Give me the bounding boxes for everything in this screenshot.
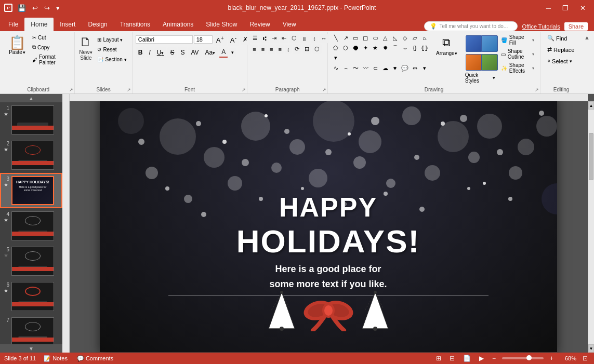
shape-starburst[interactable]: ✸ [380,43,390,52]
slide-fav-2[interactable]: ★ [4,146,8,152]
text-direction-button[interactable]: ⟳ [293,44,301,54]
share-button[interactable]: Share [564,22,588,31]
tab-review[interactable]: Review [243,18,276,31]
qs-style-4[interactable] [481,54,498,71]
shape-arrow[interactable]: ↗ [341,33,350,43]
slide-item-5[interactable]: 5 ★ [0,244,62,279]
align-center-button[interactable]: ≡ [259,45,267,54]
slide-sorter-button[interactable]: ⊟ [447,354,457,363]
shape-rounded-rect[interactable]: ▢ [361,33,370,43]
shape-cloud[interactable]: ☁ [380,63,390,73]
shape-line[interactable]: ╲ [331,33,340,43]
slideshow-button[interactable]: ▶ [477,354,486,363]
strikethrough-button[interactable]: S [167,47,177,58]
office-tutorials-link[interactable]: Office Tutorials [522,23,560,30]
shape-callout[interactable]: 💬 [400,63,410,73]
underline-button[interactable]: U▾ [154,47,167,58]
shape-star4[interactable]: ✦ [361,43,370,52]
align-text-button[interactable]: ⊟ [302,44,311,54]
slides-expander[interactable]: ↗ [127,87,131,92]
select-button[interactable]: ⌖ Select ▾ [544,56,579,66]
shape-outline-caret[interactable]: ▾ [532,52,534,57]
shape-double-arr[interactable]: ⇔ [410,63,419,73]
shape-trap[interactable]: ⏢ [420,33,429,43]
slide-fav-6[interactable]: ★ [4,288,8,293]
layout-button[interactable]: ⊞ Layout ▾ [95,35,128,44]
notes-panel-button[interactable]: 📝 Notes [42,355,69,362]
slide-item-4[interactable]: 4 ★ [0,208,62,244]
numbered-list-button[interactable]: ⑆ [261,34,269,43]
tab-insert[interactable]: Insert [54,18,82,31]
select-caret[interactable]: ▾ [570,59,572,64]
arrange-button[interactable]: ⧉ Arrange ▾ [431,33,462,59]
slide-item-3[interactable]: 3 ★ HAPPY HOLIDAYS! Here is a good place… [0,173,62,208]
shape-freeform[interactable]: ∿ [331,63,340,73]
slide-fav-1[interactable]: ★ [4,111,8,117]
shape-heart[interactable]: ♥ [390,63,400,73]
shape-octo[interactable]: ⯃ [351,43,360,52]
change-case-button[interactable]: Aa▾ [203,47,218,58]
zoom-out-button[interactable]: − [490,354,498,363]
shape-rect[interactable]: ▭ [351,33,360,43]
slide-fav-4[interactable]: ★ [4,217,8,223]
copy-button[interactable]: ⧉ Copy [30,43,71,52]
align-left-button[interactable]: ≡ [250,45,258,54]
quick-styles-dropdown[interactable]: ▾ [493,75,495,80]
paragraph-expander[interactable]: ↗ [322,87,326,92]
tab-transitions[interactable]: Transitions [114,18,156,31]
shape-brace[interactable]: ⦃⦄ [420,43,429,52]
shapes-down[interactable]: ▾ [420,63,429,73]
increase-indent-button[interactable]: ⇥ [270,33,279,43]
undo-btn[interactable]: ↩ [30,3,40,13]
reset-button[interactable]: ↺ Reset [95,45,128,54]
decrease-indent-button[interactable]: ⇤ [280,33,288,43]
bold-button[interactable]: B [136,47,146,58]
slide-item-2[interactable]: 2 ★ [0,138,62,173]
columns-button[interactable]: ⫼ [300,34,310,43]
clipboard-expander[interactable]: ↗ [69,87,73,92]
qs-style-2[interactable] [481,35,498,52]
decrease-font-size-button[interactable]: A- [228,33,239,46]
slide-item-6[interactable]: 6 ★ [0,279,62,314]
scrollbar-down-btn[interactable]: ▼ [588,344,594,353]
shape-fill-button[interactable]: 🪣 Shape Fill ▾ [498,33,537,47]
shape-diamond[interactable]: ◇ [400,33,410,43]
customize-btn[interactable]: ▾ [54,3,62,13]
bullets-button[interactable]: ☰ [250,33,260,43]
convert-smartart-button[interactable]: ⬡ [312,44,322,54]
minimize-btn[interactable]: ─ [542,3,555,13]
tab-design[interactable]: Design [82,18,113,31]
shape-pent[interactable]: ⬠ [331,43,340,52]
shape-squiggle[interactable]: 〰 [361,63,370,73]
font-size-input[interactable] [194,35,213,44]
shape-oval[interactable]: ⬭ [371,33,380,43]
scrollbar-up-btn[interactable]: ▲ [588,101,594,110]
line-spacing-button[interactable]: ↕ [285,45,292,54]
shape-fill-caret[interactable]: ▾ [532,38,534,43]
shape-triangle[interactable]: △ [380,33,390,43]
slide-text-area[interactable]: HAPPY HOLIDAYS! Here is a good place for… [199,192,458,290]
tab-home[interactable]: Home [24,18,54,31]
arrange-dropdown[interactable]: ▾ [455,51,457,56]
increase-font-size-button[interactable]: A+ [214,33,227,46]
new-slide-button[interactable]: 🗋 New ▾ Slide [78,33,94,62]
tab-view[interactable]: View [276,18,302,31]
font-color-dropdown[interactable]: ▾ [229,48,236,57]
restore-btn[interactable]: ❐ [558,3,573,13]
save-btn[interactable]: 💾 [16,3,28,13]
shape-star5[interactable]: ★ [371,43,380,52]
cut-button[interactable]: ✂ Cut [30,33,71,42]
new-slide-dropdown[interactable]: ▾ [90,50,93,55]
zoom-slider[interactable] [502,357,544,359]
slide-item-1[interactable]: 1 ★ [0,102,62,138]
slide-canvas[interactable]: HAPPY HOLIDAYS! Here is a good place for… [100,95,557,352]
reading-view-button[interactable]: 📄 [461,354,473,363]
shape-connector[interactable]: ⌣ [400,43,410,52]
collapse-ribbon-button[interactable]: ▲ [582,33,592,42]
shape-wavy[interactable]: 〜 [351,63,360,73]
shape-effects-button[interactable]: ✨ Shape Effects ▾ [498,61,537,75]
zoom-slider-thumb[interactable] [526,355,532,360]
spacing-button[interactable]: AV [188,47,201,58]
qs-style-3[interactable] [466,54,482,71]
tab-animations[interactable]: Animations [156,18,200,31]
